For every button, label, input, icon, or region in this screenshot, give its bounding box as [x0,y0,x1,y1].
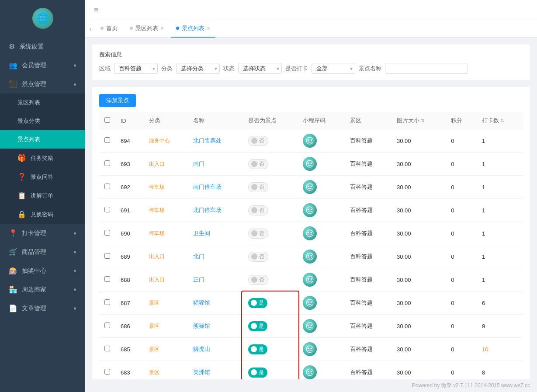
cell-category: 停车场 [144,199,188,222]
miniapp-icon[interactable] [303,250,317,264]
tab-home[interactable]: 首页 [95,20,123,38]
scenic-name-link[interactable]: 北门停车场 [193,207,222,213]
cell-score: 0 [446,268,477,291]
area-select[interactable]: 百科答题 [114,63,158,74]
sidebar-label-qa: 景点问答 [31,173,53,181]
row-checkbox[interactable] [104,323,110,328]
cell-scenic-area: 百科答题 [345,338,391,361]
cell-score: 0 [446,199,477,222]
sidebar-item-nearby[interactable]: 🏪 周边商家 ∨ [0,280,85,299]
tab-close-scenic-area[interactable]: × [161,25,164,31]
scenic-name-link[interactable]: 熊猫馆 [193,323,210,329]
scenic-name-link[interactable]: 南门 [193,160,204,167]
row-checkbox[interactable] [104,230,110,236]
chevron-down-icon: ∨ [73,63,76,68]
toggle-yes[interactable]: 是 [248,368,267,378]
sidebar-item-qa[interactable]: ❓ 景点问答 [0,167,85,186]
toggle-yes[interactable]: 是 [248,321,267,331]
scenic-name-link[interactable]: 美洲馆 [193,369,210,375]
miniapp-icon[interactable] [303,273,317,287]
scenic-name-link[interactable]: 北门售票处 [193,137,222,144]
miniapp-icon[interactable] [303,226,317,240]
sidebar-item-scenic-list[interactable]: 景点列表 [0,130,85,149]
svg-point-14 [311,232,312,233]
toggle-no[interactable]: 否 [248,252,268,262]
sidebar-item-scenic-cat[interactable]: 景点分类 [0,112,85,130]
scenic-name-link[interactable]: 狮虎山 [193,346,210,352]
svg-point-7 [308,186,309,187]
row-checkbox[interactable] [104,253,110,259]
miniapp-icon[interactable] [303,296,317,310]
toggle-no[interactable]: 否 [248,159,268,169]
miniapp-icon[interactable] [303,365,317,379]
row-checkbox[interactable] [104,184,110,189]
col-img-size[interactable]: 图片大小 [391,112,446,129]
svg-point-2 [311,139,312,141]
sidebar-item-article[interactable]: 📄 文章管理 ∨ [0,299,85,318]
sidebar-item-scenic-area[interactable]: 景区列表 [0,94,85,112]
toggle-no[interactable]: 否 [248,136,268,146]
row-checkbox[interactable] [104,346,110,351]
table-row: 689 出入口 北门 否 百科答题 30.00 0 1 [99,245,523,268]
sidebar-item-scenic[interactable]: ⬛ 景点管理 ∧ [0,75,85,94]
checkin-select-wrapper: 全部 [312,63,355,74]
toggle-no[interactable]: 否 [248,229,268,239]
sidebar-item-checkin[interactable]: 📍 打卡管理 ∨ [0,224,85,243]
scenic-name-link[interactable]: 北门 [193,253,204,260]
miniapp-icon[interactable] [303,342,317,356]
sidebar-item-order[interactable]: 📋 讲解订单 [0,186,85,205]
row-checkbox[interactable] [104,137,110,143]
sidebar-item-exchange[interactable]: 🔒 兑换密码 [0,205,85,224]
cell-miniapp [298,245,344,268]
miniapp-icon[interactable] [303,180,317,194]
sidebar-item-goods[interactable]: 🛒 商品管理 ∨ [0,243,85,261]
sidebar-label-lottery: 抽奖中心 [22,267,46,275]
tab-scenic-list[interactable]: 景点列表 × [171,20,215,38]
select-all-checkbox[interactable] [104,117,110,123]
name-input[interactable] [385,63,468,74]
sidebar-item-system[interactable]: ⚙ 系统设置 [0,37,85,56]
sidebar-item-task[interactable]: 🎁 任务奖励 [0,149,85,167]
scenic-name-link[interactable]: 南门停车场 [193,184,222,190]
cell-is-scenic: 否 [243,153,298,176]
table-row: 693 出入口 南门 否 百科答题 30.00 0 1 [99,153,523,176]
scenic-name-link[interactable]: 正门 [193,276,204,283]
checkin-select[interactable]: 全部 [312,63,355,74]
tab-close-scenic-list[interactable]: × [207,25,210,31]
cell-id: 689 [115,245,144,268]
toggle-yes[interactable]: 是 [248,298,267,308]
row-checkbox[interactable] [104,276,110,282]
add-scenic-button[interactable]: 添加景点 [99,94,136,107]
tab-scenic-area[interactable]: 景区列表 × [125,20,169,38]
miniapp-icon[interactable] [303,319,317,333]
row-checkbox[interactable] [104,369,110,375]
checkin-count: 6 [482,300,485,306]
cell-is-scenic: 否 [243,199,298,222]
search-title: 搜索信息 [99,51,523,59]
cell-miniapp [298,338,344,361]
miniapp-icon[interactable] [303,157,317,171]
toggle-no[interactable]: 否 [248,205,268,215]
row-checkbox[interactable] [104,299,110,305]
toggle-no[interactable]: 否 [248,182,268,192]
scenic-name-link[interactable]: 猩猩馆 [193,299,210,306]
checkin-count: 1 [482,138,485,144]
status-select[interactable]: 选择状态 [238,63,282,74]
miniapp-icon[interactable] [303,203,317,217]
row-checkbox[interactable] [104,207,110,212]
row-checkbox[interactable] [104,160,110,166]
menu-toggle-icon[interactable]: ≡ [94,5,99,14]
svg-point-16 [308,255,309,257]
miniapp-icon[interactable] [303,134,317,148]
back-icon[interactable]: ‹ [90,25,92,32]
svg-point-11 [311,209,312,210]
cell-score: 0 [446,338,477,361]
category-select[interactable]: 选择分类 [176,63,220,74]
toggle-yes[interactable]: 是 [248,344,267,354]
svg-point-15 [307,253,314,260]
toggle-no[interactable]: 否 [248,275,268,285]
sidebar-item-member[interactable]: 👥 会员管理 ∨ [0,56,85,75]
col-checkin[interactable]: 打卡数 [477,112,523,129]
sidebar-item-lottery[interactable]: 🎰 抽奖中心 ∨ [0,261,85,280]
scenic-name-link[interactable]: 卫生间 [193,230,210,236]
